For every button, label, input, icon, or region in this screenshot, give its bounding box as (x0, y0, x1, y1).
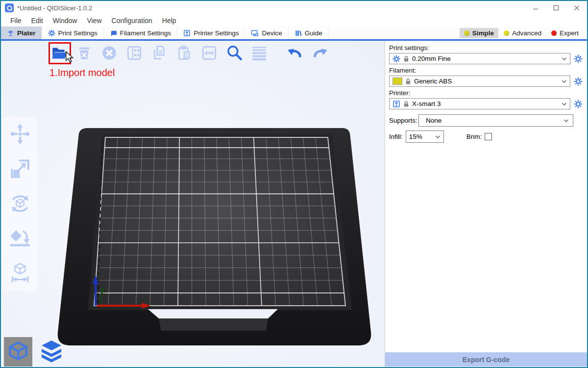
chevron-down-icon (564, 119, 569, 123)
chevron-down-icon (562, 57, 567, 61)
mode-label: Simple (472, 29, 494, 37)
variable-layer-height-button[interactable] (250, 44, 269, 62)
mode-expert[interactable]: Expert (547, 28, 583, 38)
preview-view-button[interactable] (37, 337, 66, 367)
filament-label: Filament: (389, 67, 583, 74)
brim-label: Brim: (466, 133, 482, 140)
app-logo-icon (5, 3, 14, 12)
tab-printer-settings[interactable]: Printer Settings (177, 26, 245, 39)
infill-combo[interactable]: 15% (406, 131, 444, 143)
menu-edit[interactable]: Edit (26, 17, 48, 25)
bed-handle-shelf (159, 318, 268, 331)
arrange-button[interactable] (125, 44, 144, 62)
tab-label: Device (262, 29, 282, 37)
printer-icon (183, 29, 191, 37)
cube-3d-icon (7, 341, 29, 363)
tab-label: Plater (17, 29, 36, 37)
plater-icon (7, 29, 14, 37)
infill-label: Infill: (389, 133, 403, 140)
window-title: *Untitled - QIDISlicer-1.0.2 (17, 4, 92, 12)
tab-label: Print Settings (58, 29, 98, 37)
mode-simple[interactable]: Simple (460, 28, 498, 38)
layers-icon (39, 339, 64, 365)
print-settings-label: Print settings: (389, 44, 583, 52)
lock-icon (405, 78, 411, 85)
view-mode-buttons (4, 337, 66, 367)
minimize-button[interactable] (525, 1, 546, 15)
gear-icon (48, 29, 55, 37)
brim-checkbox[interactable] (485, 133, 492, 140)
title-bar: *Untitled - QIDISlicer-1.0.2 (1, 1, 587, 15)
guide-icon (294, 29, 302, 37)
search-button[interactable] (225, 44, 244, 62)
filament-combo[interactable]: Generic ABS (389, 76, 570, 87)
printer-icon (392, 100, 400, 108)
tab-print-settings[interactable]: Print Settings (42, 26, 104, 39)
simple-dot-icon (464, 30, 469, 36)
tab-device[interactable]: Device (245, 26, 288, 39)
menu-view[interactable]: View (82, 17, 106, 25)
tab-label: Filament Settings (120, 29, 171, 37)
copy-button[interactable] (150, 44, 169, 62)
redo-button[interactable] (311, 44, 329, 62)
chevron-down-icon (435, 135, 441, 139)
expert-dot-icon (551, 30, 557, 36)
menu-file[interactable]: File (5, 17, 26, 25)
place-on-face-tool-button[interactable] (9, 227, 31, 250)
tab-label: Printer Settings (194, 29, 239, 37)
close-button[interactable] (566, 1, 587, 15)
bed-handle-cutout (148, 309, 278, 318)
maximize-button[interactable] (546, 1, 566, 15)
menu-configuration[interactable]: Configuration (107, 17, 157, 25)
printer-value: X-smart 3 (412, 100, 441, 107)
export-gcode-button[interactable]: Export G-code (385, 352, 587, 367)
filament-detail-button[interactable] (573, 77, 583, 86)
delete-button[interactable] (75, 44, 94, 62)
rotate-tool-button[interactable] (9, 192, 31, 215)
printer-combo[interactable]: X-smart 3 (389, 98, 570, 109)
filament-color-swatch (392, 78, 402, 85)
import-annotation: 1.Import model (49, 67, 115, 79)
lock-icon (403, 55, 409, 62)
device-icon (251, 29, 259, 37)
measure-tool-button[interactable] (9, 262, 31, 285)
mode-switcher: Simple Advanced Expert (460, 26, 587, 39)
settings-panel: Print settings: (385, 41, 587, 367)
move-tool-button[interactable] (9, 123, 31, 145)
split-button[interactable] (200, 44, 219, 62)
scale-tool-button[interactable] (9, 158, 31, 180)
undo-button[interactable] (286, 44, 304, 62)
advanced-dot-icon (504, 30, 509, 36)
gear-icon (574, 100, 583, 108)
lock-icon (403, 101, 409, 107)
mode-label: Expert (560, 29, 579, 37)
gear-icon (574, 54, 583, 63)
delete-all-button[interactable] (100, 44, 119, 62)
filament-icon (110, 29, 117, 37)
gizmo-toolbar (2, 117, 38, 291)
print-settings-combo[interactable]: 0.20mm Fine (389, 53, 570, 64)
printer-label: Printer: (389, 89, 583, 97)
import-model-button[interactable] (50, 44, 69, 62)
editor-view-button[interactable] (4, 337, 32, 367)
supports-label: Supports: (389, 117, 418, 124)
paste-button[interactable] (175, 44, 194, 62)
print-settings-detail-button[interactable] (573, 54, 583, 63)
viewport-toolbar (50, 44, 329, 62)
menu-window[interactable]: Window (48, 17, 82, 25)
supports-combo[interactable]: None (418, 114, 573, 127)
chevron-down-icon (562, 79, 567, 83)
printer-detail-button[interactable] (573, 100, 583, 108)
gear-icon (574, 77, 583, 86)
mode-advanced[interactable]: Advanced (499, 28, 546, 38)
tab-plater[interactable]: Plater (1, 26, 42, 39)
tab-guide[interactable]: Guide (289, 26, 329, 39)
print-bed (1, 41, 385, 367)
menu-help[interactable]: Help (157, 17, 181, 25)
filament-value: Generic ABS (414, 78, 452, 85)
tab-label: Guide (305, 29, 322, 37)
infill-value: 15% (409, 133, 422, 140)
chevron-down-icon (562, 102, 567, 106)
3d-viewport[interactable]: 1.Import model (1, 41, 385, 367)
tab-filament-settings[interactable]: Filament Settings (104, 26, 177, 39)
